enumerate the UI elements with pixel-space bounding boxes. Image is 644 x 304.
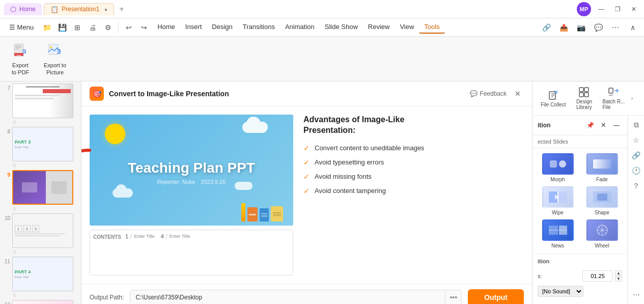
title-bar-right: MP — ❐ ✕: [577, 2, 640, 16]
advantage-item-2: ✓ Avoid typesetting errors: [303, 158, 524, 167]
advantage-text-2: Avoid typesetting errors: [315, 158, 384, 166]
undo-settings-icon[interactable]: ⚙: [101, 20, 115, 35]
sun-decoration: [105, 124, 125, 144]
svg-rect-14: [593, 159, 611, 169]
minimize-button[interactable]: —: [595, 3, 607, 15]
maximize-button[interactable]: ❐: [611, 3, 624, 15]
advantage-text-1: Convert content to uneditable images: [315, 144, 424, 152]
duration-up-button[interactable]: ▲: [615, 270, 622, 276]
slide-thumb-7[interactable]: 7 ☆: [2, 84, 79, 125]
transition-morph[interactable]: Morph: [538, 153, 578, 182]
menu-item-design[interactable]: Design: [207, 21, 237, 34]
panel-expand-icon[interactable]: ›: [631, 95, 633, 102]
add-tab-button[interactable]: +: [116, 5, 127, 14]
preview-section: Teaching Plan PPT Reporter: Nuke 2023.9.…: [90, 115, 293, 275]
help-icon[interactable]: ?: [629, 179, 643, 193]
more-dots-icon[interactable]: ⋯: [629, 288, 643, 302]
menu-item-insert[interactable]: Insert: [180, 21, 207, 34]
output-path-input[interactable]: [130, 291, 445, 304]
dialog-body: Teaching Plan PPT Reporter: Nuke 2023.9.…: [81, 106, 532, 284]
print-icon[interactable]: 🖨: [86, 20, 100, 35]
grid-icon[interactable]: ⊞: [70, 20, 85, 35]
undo-icon[interactable]: ↩: [122, 20, 136, 35]
fade-label: Fade: [596, 177, 608, 182]
duration-down-button[interactable]: ▼: [615, 276, 622, 282]
panel-close-icon[interactable]: ✕: [598, 120, 609, 131]
slide-image-12: [12, 300, 73, 304]
dialog-close-button[interactable]: ✕: [512, 88, 524, 100]
slide-sub-title: Reporter: Nuke 2023.9.20: [157, 178, 226, 186]
save-icon[interactable]: 💾: [55, 20, 69, 35]
advantage-text-3: Avoid missing fonts: [315, 173, 372, 180]
right-panel-header: File Collect DesignLibrary Batch: [533, 81, 644, 116]
menu-item-transitions[interactable]: Transitions: [238, 21, 280, 34]
preview-main-slide: Teaching Plan PPT Reporter: Nuke 2023.9.…: [90, 115, 293, 226]
menu-item-menu[interactable]: ☰ Menu: [4, 21, 39, 33]
slide-thumb-11[interactable]: 11 PART 4 Enter Title ☆: [2, 257, 79, 298]
feedback-button[interactable]: 💬 Feedback: [470, 90, 507, 97]
news-thumb: [542, 219, 574, 241]
comment-icon[interactable]: 💬: [591, 20, 605, 35]
menu-item-slideshow[interactable]: Slide Show: [320, 21, 363, 34]
transition-wheel[interactable]: Wheel: [582, 219, 622, 248]
more-icon[interactable]: ⋯: [608, 20, 623, 35]
export-pdf-button[interactable]: PDF Exportto PDF: [4, 39, 37, 79]
sound-select[interactable]: [No Sound]: [538, 286, 583, 297]
slide-thumb-8[interactable]: 8 PART 3 Enter Title ☆: [2, 127, 79, 168]
minus-icon[interactable]: —: [611, 120, 622, 131]
duration-input[interactable]: [582, 270, 613, 282]
output-browse-button[interactable]: •••: [445, 290, 461, 304]
svg-rect-16: [558, 191, 567, 203]
history-icon[interactable]: 🕐: [629, 163, 643, 178]
panel-tab-design-library[interactable]: DesignLibrary: [572, 84, 596, 113]
tab-close-icon[interactable]: ●: [104, 7, 107, 12]
menu-item-review[interactable]: Review: [363, 21, 395, 34]
transition-wipe[interactable]: Wipe: [538, 186, 578, 215]
wipe-label: Wipe: [552, 210, 564, 215]
slide-image-9: [12, 170, 73, 205]
slide-image-8: PART 3 Enter Title: [12, 127, 73, 161]
advantage-item-3: ✓ Avoid missing fonts: [303, 173, 524, 181]
profile-button[interactable]: MP: [577, 2, 591, 16]
pin-icon[interactable]: 📌: [584, 120, 596, 131]
svg-text:PDF: PDF: [17, 54, 21, 57]
slide-thumb-12[interactable]: 12 ☆: [2, 300, 79, 304]
menu-item-tools[interactable]: Tools: [419, 21, 444, 34]
panel-tab-file-collect[interactable]: File Collect: [537, 87, 570, 110]
panel-tab-batch-replace[interactable]: Batch R...File: [598, 84, 629, 113]
menu-item-view[interactable]: View: [395, 21, 419, 34]
duration-row: s: ▲ ▼: [533, 268, 627, 284]
desk-items: [241, 203, 283, 222]
tab-ppt[interactable]: 📋 Presentation1 ●: [44, 3, 114, 15]
dialog: 🎯 Convert to Image-Like Presentation 💬 F…: [81, 81, 532, 304]
transition-fade[interactable]: Fade: [582, 153, 622, 182]
slide-thumb-10[interactable]: 10 1 2 3 ☆: [2, 213, 79, 255]
tab-home[interactable]: ⬡ Home: [4, 3, 42, 15]
share-icon[interactable]: 🔗: [539, 20, 553, 35]
slide-thumb-9[interactable]: 9 ☆: [2, 170, 79, 211]
dialog-footer: Output Path: ••• Output: [81, 284, 532, 304]
file-collect-icon: [548, 90, 559, 101]
redo-icon[interactable]: ↪: [137, 20, 151, 35]
wheel-thumb: [586, 219, 618, 241]
copy-icon[interactable]: ⧉: [629, 118, 643, 132]
screenshot-icon[interactable]: 📷: [574, 20, 588, 35]
star-icon[interactable]: ☆: [629, 133, 643, 147]
wheel-label: Wheel: [595, 243, 609, 248]
export-picture-button[interactable]: Export to Picture: [38, 39, 72, 79]
link-icon[interactable]: 🔗: [629, 148, 643, 162]
slide-image-7: [12, 84, 73, 118]
open-file-icon[interactable]: 📁: [40, 20, 54, 35]
collapse-icon[interactable]: ∧: [626, 20, 640, 35]
menu-item-animation[interactable]: Animation: [280, 21, 320, 34]
transition-shape[interactable]: Shape: [582, 186, 622, 215]
export-icon[interactable]: 📤: [556, 20, 571, 35]
transition-panel: ition 📌 ✕ — ected Slides: [533, 116, 628, 304]
slide-main-title: Teaching Plan PPT: [128, 160, 255, 176]
transition-news[interactable]: News: [538, 219, 578, 248]
menu-item-home[interactable]: Home: [152, 21, 180, 34]
side-icons: ⧉ ☆ 🔗 🕐 ? ⋯: [628, 116, 644, 304]
output-button[interactable]: Output: [468, 289, 524, 304]
output-path-label: Output Path:: [90, 294, 124, 301]
close-button[interactable]: ✕: [628, 3, 640, 15]
